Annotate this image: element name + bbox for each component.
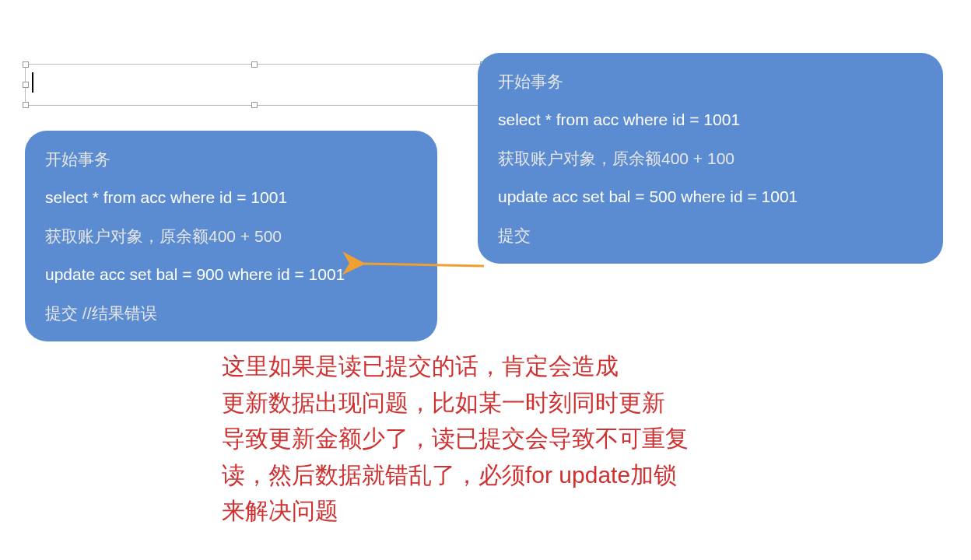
tx-commit-label: 提交 //结果错误 bbox=[45, 302, 417, 324]
note-line: 更新数据出现问题，比如某一时刻同时更新 bbox=[222, 385, 689, 422]
transaction-box-left[interactable]: 开始事务 select * from acc where id = 1001 获… bbox=[25, 131, 437, 341]
tx-update-stmt: update acc set bal = 900 where id = 1001 bbox=[45, 263, 417, 285]
note-line: 来解决问题 bbox=[222, 493, 689, 530]
tx-begin-label: 开始事务 bbox=[498, 70, 923, 93]
tx-begin-label: 开始事务 bbox=[45, 148, 417, 170]
text-cursor bbox=[32, 72, 33, 93]
resize-handle[interactable] bbox=[251, 102, 258, 108]
selected-textbox[interactable] bbox=[25, 64, 484, 106]
resize-handle[interactable] bbox=[23, 61, 29, 68]
tx-commit-label: 提交 bbox=[498, 224, 923, 247]
tx-fetch-label: 获取账户对象，原余额400 + 100 bbox=[498, 147, 923, 170]
note-line: 读，然后数据就错乱了，必须for update加锁 bbox=[222, 457, 689, 494]
resize-handle[interactable] bbox=[23, 102, 29, 108]
resize-handle[interactable] bbox=[23, 82, 29, 88]
annotation-notes: 这里如果是读已提交的话，肯定会造成 更新数据出现问题，比如某一时刻同时更新 导致… bbox=[222, 348, 689, 530]
note-line: 这里如果是读已提交的话，肯定会造成 bbox=[222, 348, 689, 385]
tx-fetch-label: 获取账户对象，原余额400 + 500 bbox=[45, 225, 417, 247]
tx-update-stmt: update acc set bal = 500 where id = 1001 bbox=[498, 185, 923, 208]
resize-handle[interactable] bbox=[251, 61, 258, 68]
tx-select-stmt: select * from acc where id = 1001 bbox=[498, 108, 923, 131]
transaction-box-right[interactable]: 开始事务 select * from acc where id = 1001 获… bbox=[478, 53, 943, 264]
tx-select-stmt: select * from acc where id = 1001 bbox=[45, 186, 417, 208]
note-line: 导致更新金额少了，读已提交会导致不可重复 bbox=[222, 421, 689, 457]
